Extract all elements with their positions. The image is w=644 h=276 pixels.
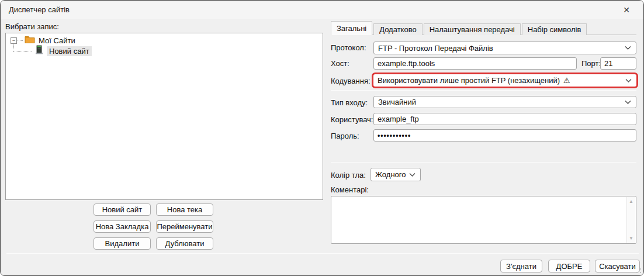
encryption-value: Використовувати лише простий FTP (незахи… (378, 76, 560, 85)
separator (331, 162, 636, 163)
server-icon (35, 45, 43, 54)
tab-transfer-settings[interactable]: Налаштування передачі (424, 23, 521, 35)
comments-textarea[interactable]: ▲ ▼ (331, 196, 636, 244)
chevron-down-icon (409, 172, 416, 177)
separator (6, 253, 639, 254)
port-input[interactable] (600, 57, 636, 70)
site-tree[interactable]: − Мої Сайти Новий сайт (5, 33, 323, 200)
password-input[interactable] (373, 129, 636, 142)
tree-expander-collapse[interactable]: − (11, 37, 17, 44)
tab-advanced[interactable]: Додатково (373, 23, 422, 35)
host-input[interactable] (373, 57, 577, 70)
chevron-down-icon (625, 78, 632, 82)
site-manager-dialog: Диспетчер сайтів ✕ Вибрати запис: − Мої … (0, 0, 644, 276)
new-site-button[interactable]: Новий сайт (94, 203, 151, 216)
logon-type-value: Звичайний (378, 98, 416, 106)
tab-charset[interactable]: Набір символів (522, 23, 587, 35)
scroll-up-icon: ▲ (627, 199, 635, 204)
ok-button[interactable]: ДОБРЕ (548, 260, 590, 272)
delete-button[interactable]: Видалити (94, 237, 151, 250)
background-color-combobox[interactable]: Жодного (371, 168, 421, 181)
logon-type-label: Тип входу: (331, 98, 368, 107)
settings-tabs: Загальні Додатково Налаштування передачі… (331, 21, 587, 35)
host-label: Хост: (331, 59, 349, 68)
user-input[interactable] (373, 113, 636, 125)
site-management-buttons: Новий сайт Нова тека Нова Закладка Перей… (94, 203, 213, 250)
tree-connector-line (13, 44, 14, 51)
folder-icon (25, 35, 35, 43)
chevron-down-icon (625, 100, 631, 104)
protocol-value: FTP - Протокол Передачі Файлів (378, 44, 493, 53)
select-entry-label: Вибрати запис: (5, 22, 59, 31)
encryption-combobox[interactable]: Використовувати лише простий FTP (незахи… (372, 73, 638, 88)
scroll-down-icon: ▼ (627, 236, 635, 241)
separator (331, 90, 636, 91)
rename-button[interactable]: Перейменувати (156, 220, 213, 233)
dialog-title: Диспетчер сайтів (9, 5, 70, 14)
cancel-button[interactable]: Скасувати (595, 260, 640, 272)
tree-connector-line (13, 51, 32, 52)
minus-icon: − (12, 38, 15, 43)
chevron-down-icon (625, 46, 631, 50)
background-color-value: Жодного (375, 170, 406, 179)
warning-icon: ⚠ (563, 76, 570, 85)
tree-item-my-sites[interactable]: Мої Сайти (39, 36, 75, 45)
close-icon: ✕ (623, 5, 630, 15)
protocol-label: Протокол: (331, 43, 366, 52)
comments-label: Коментарі: (331, 185, 369, 194)
port-label: Порт: (581, 59, 601, 68)
encryption-label: Кодування: (331, 77, 371, 85)
user-label: Користувач: (331, 115, 373, 124)
new-bookmark-button[interactable]: Нова Закладка (94, 220, 151, 233)
resize-grip[interactable] (636, 268, 642, 274)
protocol-combobox[interactable]: FTP - Протокол Передачі Файлів (373, 42, 636, 54)
tree-connector-line (18, 40, 23, 41)
connect-button[interactable]: З'єднати (500, 260, 542, 272)
background-color-label: Колір тла: (331, 171, 366, 180)
duplicate-button[interactable]: Дублювати (156, 237, 213, 250)
new-folder-button[interactable]: Нова тека (156, 203, 213, 216)
comments-scrollbar[interactable]: ▲ ▼ (626, 197, 635, 243)
tree-item-new-site[interactable]: Новий сайт (47, 46, 92, 56)
logon-type-combobox[interactable]: Звичайний (373, 96, 636, 108)
tab-general[interactable]: Загальні (331, 21, 372, 35)
password-label: Пароль: (331, 132, 359, 140)
close-button[interactable]: ✕ (615, 2, 638, 17)
title-bar: Диспетчер сайтів ✕ (1, 1, 643, 19)
